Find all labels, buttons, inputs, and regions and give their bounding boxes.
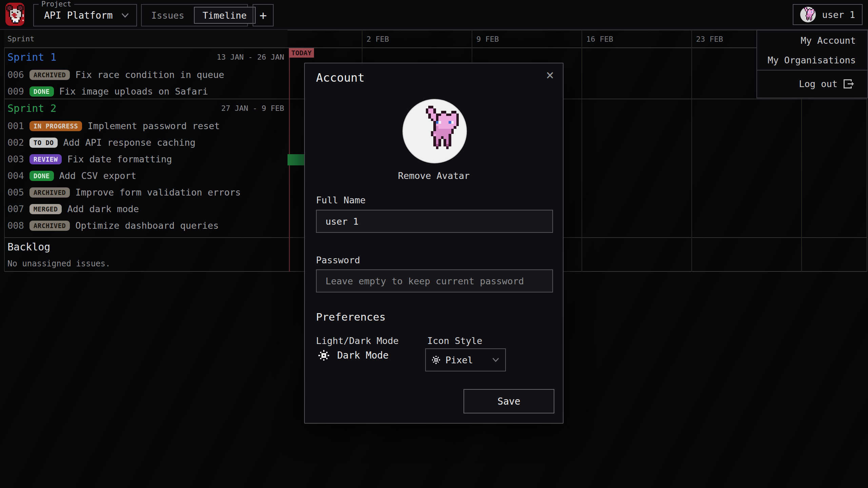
issue-number: 004 (7, 170, 24, 181)
issue-row[interactable]: 009DONEFix image uploads on Safari (4, 83, 288, 100)
chevron-down-icon (121, 13, 129, 18)
sprint-name[interactable]: Backlog (7, 241, 50, 253)
top-bar: Project API Platform Issues Timeline + u… (0, 0, 868, 30)
status-badge: MERGED (29, 204, 62, 214)
full-name-label: Full Name (316, 195, 366, 205)
modal-title: Account (316, 71, 364, 84)
save-button[interactable]: Save (463, 389, 554, 413)
project-name: API Platform (44, 10, 113, 21)
app-logo-koala-icon[interactable] (5, 3, 24, 26)
status-badge: TO DO (29, 138, 58, 148)
sprint-name[interactable]: Sprint 1 (7, 51, 57, 63)
koala-pixel-icon (6, 5, 24, 24)
issue-row[interactable]: 006ARCHIVEDFix race condition in queue (4, 66, 288, 83)
issue-title: Optimize dashboard queries (75, 220, 219, 231)
sun-icon (432, 356, 440, 364)
issue-number: 005 (7, 187, 24, 198)
view-tabs: Issues Timeline (141, 4, 248, 26)
issue-row[interactable]: 003REVIEWFix date formatting (4, 151, 288, 167)
logout-icon (844, 79, 856, 88)
chevron-down-icon (492, 358, 499, 362)
issue-row[interactable]: 002TO DOAdd API response caching (4, 134, 288, 151)
menu-item-my-account[interactable]: My Account (757, 30, 867, 50)
full-name-input[interactable] (316, 210, 553, 233)
issue-number: 007 (7, 204, 24, 214)
sprint-panel: Sprint Sprint 113 JAN - 26 JAN006ARCHIVE… (4, 30, 288, 272)
project-selector[interactable]: Project API Platform (33, 4, 137, 26)
icon-style-value: Pixel (446, 355, 473, 365)
issue-title: Improve form validation errors (75, 187, 241, 198)
project-selector-label: Project (39, 0, 74, 8)
sprint-dates: 27 JAN - 9 FEB (221, 104, 284, 113)
status-badge: DONE (29, 86, 54, 97)
status-badge: IN PROGRESS (29, 121, 82, 131)
status-badge: DONE (29, 171, 54, 181)
user-avatar-mew-icon (800, 7, 816, 22)
issue-title: Add API response caching (63, 137, 195, 148)
password-input[interactable] (316, 269, 553, 292)
gantt-bar[interactable] (288, 154, 304, 165)
backlog-empty-text: No unassigned issues. (4, 259, 288, 268)
tab-issues[interactable]: Issues (142, 10, 194, 21)
issue-title: Implement password reset (87, 121, 220, 131)
issue-row[interactable]: 001IN PROGRESSImplement password reset (4, 118, 288, 134)
user-dropdown-menu: My Account My Organisations Log out (756, 30, 868, 98)
today-marker: TODAY (289, 48, 314, 58)
dark-mode-toggle[interactable]: Dark Mode (318, 350, 389, 361)
tab-timeline[interactable]: Timeline (194, 7, 256, 24)
status-badge: ARCHIVED (29, 187, 70, 198)
user-name: user 1 (822, 9, 855, 20)
issue-title: Add dark mode (67, 204, 139, 214)
icon-style-select[interactable]: Pixel (425, 348, 506, 371)
close-icon[interactable]: × (546, 68, 554, 82)
password-label: Password (316, 255, 360, 265)
user-menu-button[interactable]: user 1 (793, 4, 863, 25)
sprint-column-header: Sprint (4, 30, 288, 47)
sun-icon (318, 350, 329, 361)
add-button[interactable]: + (253, 4, 274, 26)
issue-row[interactable]: 008ARCHIVEDOptimize dashboard queries (4, 217, 288, 234)
issue-row[interactable]: 004DONEAdd CSV export (4, 167, 288, 184)
issue-title: Fix date formatting (67, 154, 172, 164)
issue-number: 006 (7, 69, 24, 80)
issue-title: Fix race condition in queue (75, 69, 224, 80)
timeline-date-label: 9 FEB (476, 35, 499, 43)
sprint-section: Sprint 227 JAN - 9 FEB001IN PROGRESSImpl… (4, 99, 288, 234)
timeline-date-label: 2 FEB (367, 35, 389, 43)
menu-item-log-out[interactable]: Log out (757, 70, 867, 97)
issue-title: Add CSV export (59, 170, 137, 181)
issue-number: 009 (7, 86, 24, 97)
remove-avatar-button[interactable]: Remove Avatar (305, 170, 563, 181)
sprint-section: Sprint 113 JAN - 26 JAN006ARCHIVEDFix ra… (4, 47, 288, 100)
account-modal: Account × Remove Avatar Full Name Passwo… (304, 63, 564, 424)
sprint-name[interactable]: Sprint 2 (7, 102, 57, 114)
issue-title: Fix image uploads on Safari (59, 86, 208, 97)
mode-value: Dark Mode (337, 350, 389, 361)
status-badge: ARCHIVED (29, 221, 70, 231)
timeline-date-label: 16 FEB (586, 35, 613, 43)
status-badge: ARCHIVED (29, 70, 70, 80)
issue-number: 003 (7, 154, 24, 164)
icon-style-label: Icon Style (427, 336, 482, 346)
mode-label: Light/Dark Mode (316, 336, 399, 346)
sprint-section: BacklogNo unassigned issues. (4, 237, 288, 268)
issue-number: 008 (7, 220, 24, 231)
issue-row[interactable]: 005ARCHIVEDImprove form validation error… (4, 184, 288, 201)
issue-number: 002 (7, 137, 24, 148)
menu-item-my-organisations[interactable]: My Organisations (757, 50, 867, 70)
timeline-date-label: 23 FEB (696, 35, 723, 43)
sprint-dates: 13 JAN - 26 JAN (217, 53, 284, 61)
preferences-heading: Preferences (316, 311, 386, 323)
timeline-gridline (581, 30, 582, 272)
issue-number: 001 (7, 121, 24, 131)
issue-row[interactable]: 007MERGEDAdd dark mode (4, 201, 288, 217)
avatar-preview[interactable] (402, 99, 467, 163)
status-badge: REVIEW (29, 154, 62, 164)
log-out-label: Log out (799, 79, 837, 89)
timeline-gridline (691, 30, 692, 272)
